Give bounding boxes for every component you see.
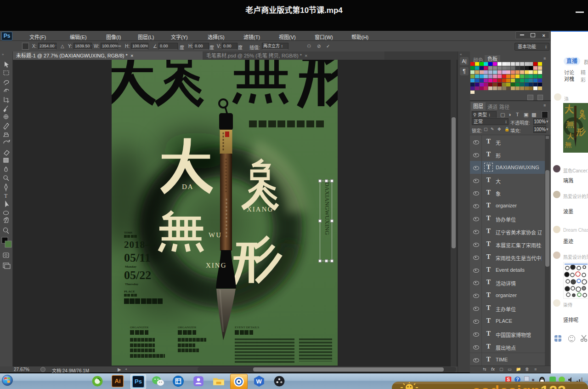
svg-text:T: T (4, 193, 8, 199)
svg-text:W: W (256, 378, 262, 385)
